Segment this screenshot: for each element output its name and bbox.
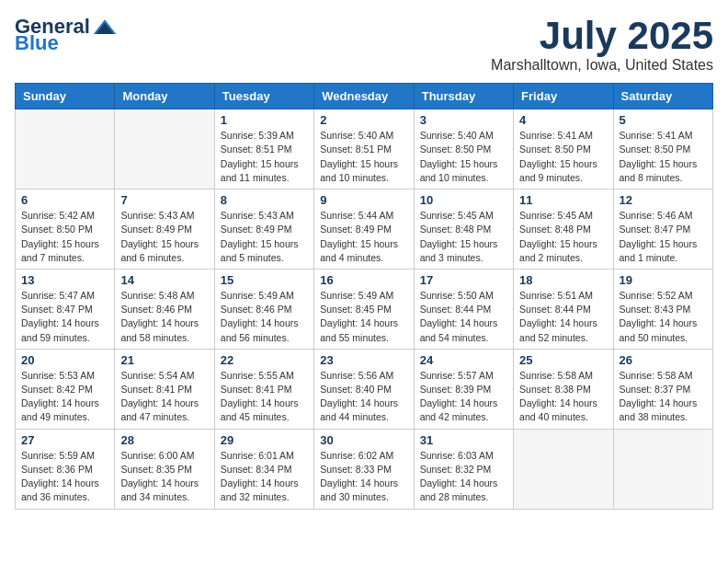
day-info: Sunrise: 5:51 AMSunset: 8:44 PMDaylight:… (519, 289, 607, 345)
day-info: Sunrise: 5:46 AMSunset: 8:47 PMDaylight:… (620, 209, 707, 265)
weekday-header-monday: Monday (115, 84, 214, 109)
calendar-cell: 21Sunrise: 5:54 AMSunset: 8:41 PMDayligh… (115, 349, 214, 429)
calendar-cell: 7Sunrise: 5:43 AMSunset: 8:49 PMDaylight… (115, 190, 214, 270)
day-info: Sunrise: 5:44 AMSunset: 8:49 PMDaylight:… (320, 209, 407, 265)
month-title: July 2025 (491, 15, 713, 57)
day-info: Sunrise: 5:41 AMSunset: 8:50 PMDaylight:… (519, 129, 607, 185)
day-info: Sunrise: 5:48 AMSunset: 8:46 PMDaylight:… (120, 289, 208, 345)
calendar-cell (514, 429, 613, 509)
day-number: 10 (420, 193, 507, 207)
day-number: 4 (519, 113, 607, 127)
day-info: Sunrise: 5:55 AMSunset: 8:41 PMDaylight:… (221, 369, 308, 425)
day-info: Sunrise: 5:52 AMSunset: 8:43 PMDaylight:… (620, 289, 707, 345)
day-info: Sunrise: 5:41 AMSunset: 8:50 PMDaylight:… (620, 129, 707, 185)
day-info: Sunrise: 5:42 AMSunset: 8:50 PMDaylight:… (21, 209, 108, 265)
calendar-cell (115, 109, 214, 190)
day-number: 27 (21, 433, 108, 447)
week-row-5: 27Sunrise: 5:59 AMSunset: 8:36 PMDayligh… (16, 429, 713, 509)
day-number: 15 (221, 273, 308, 287)
day-info: Sunrise: 5:49 AMSunset: 8:46 PMDaylight:… (221, 289, 308, 345)
calendar-cell: 10Sunrise: 5:45 AMSunset: 8:48 PMDayligh… (414, 190, 513, 270)
day-number: 13 (21, 273, 108, 287)
week-row-3: 13Sunrise: 5:47 AMSunset: 8:47 PMDayligh… (16, 269, 713, 349)
calendar-cell: 13Sunrise: 5:47 AMSunset: 8:47 PMDayligh… (16, 269, 115, 349)
calendar-cell: 1Sunrise: 5:39 AMSunset: 8:51 PMDaylight… (214, 109, 313, 190)
day-info: Sunrise: 5:45 AMSunset: 8:48 PMDaylight:… (519, 209, 607, 265)
day-info: Sunrise: 5:43 AMSunset: 8:49 PMDaylight:… (221, 209, 308, 265)
calendar-cell (16, 109, 115, 190)
day-info: Sunrise: 5:53 AMSunset: 8:42 PMDaylight:… (21, 369, 108, 425)
logo-blue-text: Blue (15, 31, 59, 55)
day-number: 14 (120, 273, 208, 287)
day-number: 28 (120, 433, 208, 447)
day-info: Sunrise: 6:02 AMSunset: 8:33 PMDaylight:… (320, 449, 407, 505)
calendar-cell: 23Sunrise: 5:56 AMSunset: 8:40 PMDayligh… (314, 349, 414, 429)
day-info: Sunrise: 5:50 AMSunset: 8:44 PMDaylight:… (420, 289, 507, 345)
calendar-cell: 31Sunrise: 6:03 AMSunset: 8:32 PMDayligh… (414, 429, 513, 509)
day-info: Sunrise: 5:49 AMSunset: 8:45 PMDaylight:… (320, 289, 407, 345)
day-info: Sunrise: 5:57 AMSunset: 8:39 PMDaylight:… (420, 369, 507, 425)
day-info: Sunrise: 5:59 AMSunset: 8:36 PMDaylight:… (21, 449, 108, 505)
week-row-2: 6Sunrise: 5:42 AMSunset: 8:50 PMDaylight… (16, 190, 713, 270)
calendar-cell: 12Sunrise: 5:46 AMSunset: 8:47 PMDayligh… (613, 190, 712, 270)
weekday-header-friday: Friday (514, 84, 613, 109)
calendar-cell: 3Sunrise: 5:40 AMSunset: 8:50 PMDaylight… (414, 109, 513, 190)
day-info: Sunrise: 5:56 AMSunset: 8:40 PMDaylight:… (320, 369, 407, 425)
calendar-cell: 29Sunrise: 6:01 AMSunset: 8:34 PMDayligh… (214, 429, 313, 509)
day-number: 1 (221, 113, 308, 127)
day-info: Sunrise: 6:01 AMSunset: 8:34 PMDaylight:… (221, 449, 308, 505)
calendar-cell: 26Sunrise: 5:58 AMSunset: 8:37 PMDayligh… (613, 349, 712, 429)
day-number: 6 (21, 193, 108, 207)
day-info: Sunrise: 6:00 AMSunset: 8:35 PMDaylight:… (120, 449, 208, 505)
week-row-1: 1Sunrise: 5:39 AMSunset: 8:51 PMDaylight… (16, 109, 713, 190)
calendar-cell: 4Sunrise: 5:41 AMSunset: 8:50 PMDaylight… (514, 109, 613, 190)
calendar-cell: 18Sunrise: 5:51 AMSunset: 8:44 PMDayligh… (514, 269, 613, 349)
day-info: Sunrise: 5:39 AMSunset: 8:51 PMDaylight:… (221, 129, 308, 185)
day-info: Sunrise: 5:40 AMSunset: 8:50 PMDaylight:… (420, 129, 507, 185)
weekday-header-sunday: Sunday (16, 84, 115, 109)
day-number: 24 (420, 353, 507, 367)
day-number: 22 (221, 353, 308, 367)
day-number: 20 (21, 353, 108, 367)
day-number: 8 (221, 193, 308, 207)
weekday-header-tuesday: Tuesday (214, 84, 313, 109)
day-number: 12 (620, 193, 707, 207)
logo: General Blue (15, 15, 118, 55)
day-info: Sunrise: 5:47 AMSunset: 8:47 PMDaylight:… (21, 289, 108, 345)
calendar-cell: 28Sunrise: 6:00 AMSunset: 8:35 PMDayligh… (115, 429, 214, 509)
day-info: Sunrise: 5:54 AMSunset: 8:41 PMDaylight:… (120, 369, 208, 425)
day-number: 3 (420, 113, 507, 127)
weekday-header-wednesday: Wednesday (314, 84, 414, 109)
day-number: 25 (519, 353, 607, 367)
calendar-cell: 16Sunrise: 5:49 AMSunset: 8:45 PMDayligh… (314, 269, 414, 349)
day-number: 19 (620, 273, 707, 287)
calendar-cell: 30Sunrise: 6:02 AMSunset: 8:33 PMDayligh… (314, 429, 414, 509)
week-row-4: 20Sunrise: 5:53 AMSunset: 8:42 PMDayligh… (16, 349, 713, 429)
calendar-table: SundayMondayTuesdayWednesdayThursdayFrid… (15, 83, 713, 509)
day-number: 31 (420, 433, 507, 447)
calendar-cell: 17Sunrise: 5:50 AMSunset: 8:44 PMDayligh… (414, 269, 513, 349)
calendar-cell: 6Sunrise: 5:42 AMSunset: 8:50 PMDaylight… (16, 190, 115, 270)
calendar-cell: 9Sunrise: 5:44 AMSunset: 8:49 PMDaylight… (314, 190, 414, 270)
calendar-cell: 20Sunrise: 5:53 AMSunset: 8:42 PMDayligh… (16, 349, 115, 429)
calendar-cell: 11Sunrise: 5:45 AMSunset: 8:48 PMDayligh… (514, 190, 613, 270)
calendar-cell: 8Sunrise: 5:43 AMSunset: 8:49 PMDaylight… (214, 190, 313, 270)
calendar-cell (613, 429, 712, 509)
weekday-header-saturday: Saturday (613, 84, 712, 109)
day-number: 17 (420, 273, 507, 287)
calendar-cell: 15Sunrise: 5:49 AMSunset: 8:46 PMDayligh… (214, 269, 313, 349)
page-header: General Blue July 2025 Marshalltown, Iow… (15, 15, 713, 74)
title-block: July 2025 Marshalltown, Iowa, United Sta… (491, 15, 713, 74)
day-number: 21 (120, 353, 208, 367)
day-number: 16 (320, 273, 407, 287)
day-number: 7 (120, 193, 208, 207)
logo-icon (92, 17, 118, 37)
day-number: 9 (320, 193, 407, 207)
calendar-cell: 24Sunrise: 5:57 AMSunset: 8:39 PMDayligh… (414, 349, 513, 429)
weekday-header-thursday: Thursday (414, 84, 513, 109)
day-number: 11 (519, 193, 607, 207)
day-number: 5 (620, 113, 707, 127)
calendar-cell: 14Sunrise: 5:48 AMSunset: 8:46 PMDayligh… (115, 269, 214, 349)
day-info: Sunrise: 5:58 AMSunset: 8:38 PMDaylight:… (519, 369, 607, 425)
calendar-cell: 25Sunrise: 5:58 AMSunset: 8:38 PMDayligh… (514, 349, 613, 429)
